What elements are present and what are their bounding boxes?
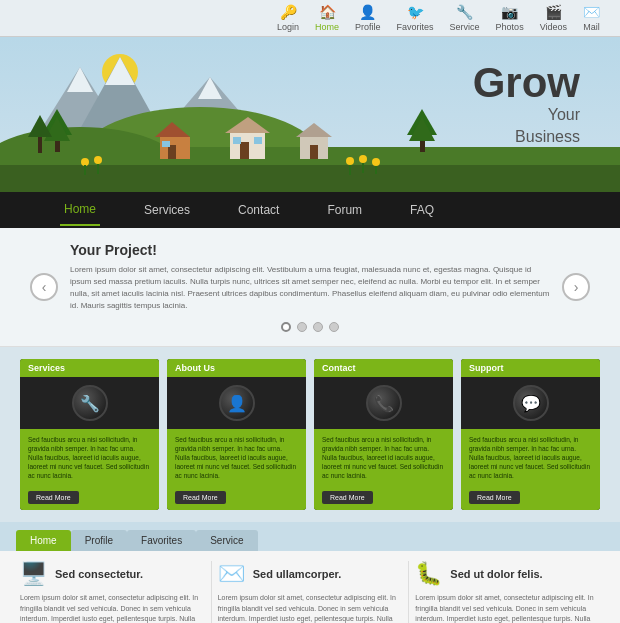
svg-rect-31 (310, 145, 318, 159)
hero-section: Grow Your Business (0, 37, 620, 192)
service-icon: 🔧 (456, 4, 473, 20)
service-card-support-header: Support (461, 359, 600, 377)
top-nav-login[interactable]: 🔑 Login (277, 4, 299, 32)
top-nav-mail[interactable]: ✉️ Mail (583, 4, 600, 32)
svg-rect-28 (254, 137, 262, 144)
carousel-dots (70, 322, 550, 332)
service-card-services-header: Services (20, 359, 159, 377)
service-card-services-read-more[interactable]: Read More (28, 491, 79, 504)
svg-rect-27 (233, 137, 241, 144)
service-card-services-text: Sed faucibus arcu a nisi sollicitudin, i… (28, 435, 151, 480)
hero-business: Business (515, 128, 580, 145)
top-nav-videos[interactable]: 🎬 Videos (540, 4, 567, 32)
mail-icon: ✉️ (583, 4, 600, 20)
service-card-support-icon-area: 💬 (461, 377, 600, 429)
bottom-col-3: 🐛 Sed ut dolor felis. Lorem ipsum dolor … (409, 561, 606, 623)
bug-icon: 🐛 (415, 561, 442, 587)
bottom-col-1: 🖥️ Sed consectetur. Lorem ipsum dolor si… (14, 561, 212, 623)
top-navigation: 🔑 Login 🏠 Home 👤 Profile 🐦 Favorites 🔧 S… (0, 0, 620, 37)
top-nav-profile[interactable]: 👤 Profile (355, 4, 381, 32)
service-card-contact-read-more[interactable]: Read More (322, 491, 373, 504)
top-nav-profile-label: Profile (355, 22, 381, 32)
hero-grow-text: Grow (473, 62, 580, 104)
svg-rect-39 (362, 163, 364, 173)
service-card-about-header: About Us (167, 359, 306, 377)
login-icon: 🔑 (280, 4, 297, 20)
main-nav-faq[interactable]: FAQ (406, 195, 438, 225)
service-card-support-read-more[interactable]: Read More (469, 491, 520, 504)
service-card-about-icon-area: 👤 (167, 377, 306, 429)
bottom-col-3-text: Lorem ipsum dolor sit amet, consectetur … (415, 593, 600, 623)
svg-rect-23 (162, 141, 170, 147)
carousel-title: Your Project! (70, 242, 550, 258)
top-nav-service[interactable]: 🔧 Service (450, 4, 480, 32)
service-card-support-text: Sed faucibus arcu a nisi sollicitudin, i… (469, 435, 592, 480)
carousel-next-button[interactable]: › (562, 273, 590, 301)
top-nav-login-label: Login (277, 22, 299, 32)
main-nav-home[interactable]: Home (60, 194, 100, 226)
service-card-support-body: Sed faucibus arcu a nisi sollicitudin, i… (461, 429, 600, 510)
top-nav-photos-label: Photos (496, 22, 524, 32)
service-card-support-icon: 💬 (513, 385, 549, 421)
main-nav-contact[interactable]: Contact (234, 195, 283, 225)
service-card-contact-body: Sed faucibus arcu a nisi sollicitudin, i… (314, 429, 453, 510)
svg-point-34 (94, 156, 102, 164)
bottom-col-2-header: ✉️ Sed ullamcorper. (218, 561, 403, 587)
service-card-contact-header: Contact (314, 359, 453, 377)
monitor-icon: 🖥️ (20, 561, 47, 587)
main-nav-forum[interactable]: Forum (323, 195, 366, 225)
top-nav-photos[interactable]: 📷 Photos (496, 4, 524, 32)
bottom-col-3-header: 🐛 Sed ut dolor felis. (415, 561, 600, 587)
tabs-section: Home Profile Favorites Service (0, 522, 620, 551)
svg-point-32 (81, 158, 89, 166)
service-card-contact-icon: 📞 (366, 385, 402, 421)
svg-rect-11 (0, 165, 620, 192)
tabs-bar: Home Profile Favorites Service (0, 522, 620, 551)
main-nav-services[interactable]: Services (140, 195, 194, 225)
tab-service[interactable]: Service (196, 530, 257, 551)
top-nav-home-label: Home (315, 22, 339, 32)
bottom-col-1-text: Lorem ipsum dolor sit amet, consectetur … (20, 593, 205, 623)
service-card-about-read-more[interactable]: Read More (175, 491, 226, 504)
carousel-content: Your Project! Lorem ipsum dolor sit amet… (70, 242, 550, 332)
svg-point-40 (372, 158, 380, 166)
svg-rect-22 (168, 145, 176, 159)
tab-home[interactable]: Home (16, 530, 71, 551)
tab-favorites[interactable]: Favorites (127, 530, 196, 551)
carousel-dot-2[interactable] (297, 322, 307, 332)
top-nav-favorites[interactable]: 🐦 Favorites (397, 4, 434, 32)
envelope-icon: ✉️ (218, 561, 245, 587)
carousel-section: ‹ Your Project! Lorem ipsum dolor sit am… (0, 228, 620, 347)
profile-icon: 👤 (359, 4, 376, 20)
carousel-prev-button[interactable]: ‹ (30, 273, 58, 301)
carousel-dot-3[interactable] (313, 322, 323, 332)
bottom-col-2-title: Sed ullamcorper. (253, 568, 342, 580)
service-card-contact: Contact 📞 Sed faucibus arcu a nisi solli… (314, 359, 453, 510)
svg-rect-41 (375, 166, 377, 174)
service-card-contact-icon-area: 📞 (314, 377, 453, 429)
main-navigation: Home Services Contact Forum FAQ (0, 192, 620, 228)
service-card-services-icon-area: 🔧 (20, 377, 159, 429)
top-nav-mail-label: Mail (583, 22, 600, 32)
service-card-services-body: Sed faucibus arcu a nisi sollicitudin, i… (20, 429, 159, 510)
bottom-col-1-header: 🖥️ Sed consectetur. (20, 561, 205, 587)
service-card-about-text: Sed faucibus arcu a nisi sollicitudin, i… (175, 435, 298, 480)
bottom-col-2: ✉️ Sed ullamcorper. Lorem ipsum dolor si… (212, 561, 410, 623)
tab-profile[interactable]: Profile (71, 530, 127, 551)
svg-rect-15 (38, 135, 42, 153)
bottom-col-2-text: Lorem ipsum dolor sit amet, consectetur … (218, 593, 403, 623)
carousel-dot-1[interactable] (281, 322, 291, 332)
top-nav-favorites-label: Favorites (397, 22, 434, 32)
carousel-dot-4[interactable] (329, 322, 339, 332)
hero-sub-text: Your Business (473, 104, 580, 149)
svg-point-38 (359, 155, 367, 163)
svg-rect-33 (84, 165, 86, 175)
svg-point-36 (346, 157, 354, 165)
service-cards-section: Services 🔧 Sed faucibus arcu a nisi soll… (0, 347, 620, 522)
service-card-about-body: Sed faucibus arcu a nisi sollicitudin, i… (167, 429, 306, 510)
home-icon: 🏠 (319, 4, 336, 20)
photos-icon: 📷 (501, 4, 518, 20)
top-nav-videos-label: Videos (540, 22, 567, 32)
top-nav-home[interactable]: 🏠 Home (315, 4, 339, 32)
favorites-icon: 🐦 (407, 4, 424, 20)
